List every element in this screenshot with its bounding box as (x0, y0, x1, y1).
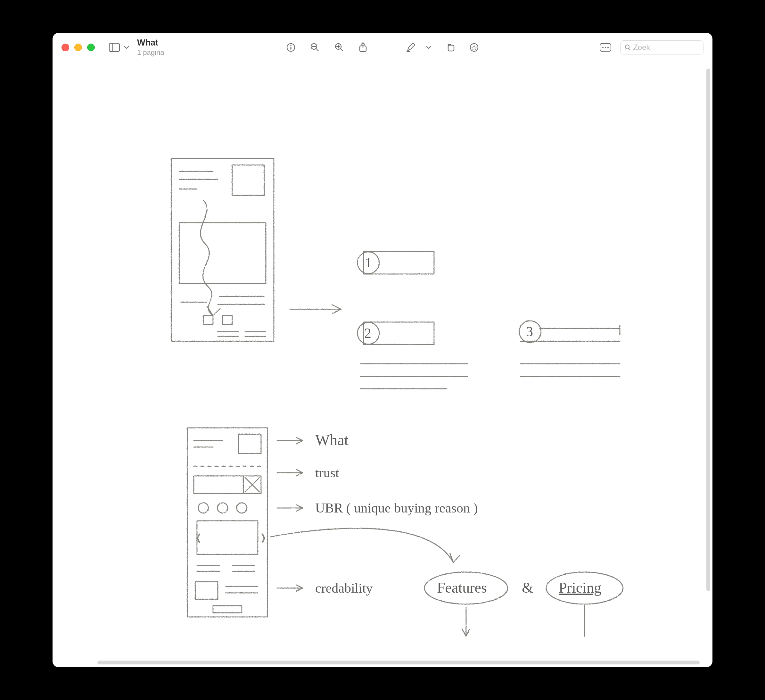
toolbar-right (597, 40, 704, 55)
bubble-features: Features (437, 580, 487, 596)
zoom-out-icon (310, 42, 320, 52)
highlight-button[interactable] (467, 41, 482, 54)
sketch-drawing: 〈 〉 (52, 62, 713, 665)
svg-text:〈: 〈 (191, 533, 200, 543)
markup-pencil-icon (406, 42, 416, 52)
search-field[interactable] (620, 40, 704, 55)
chevron-down-icon (124, 44, 129, 50)
preview-window: What 1 pagina (52, 33, 713, 667)
svg-rect-52 (187, 427, 267, 616)
rotate-icon (445, 43, 455, 52)
vertical-scrollbar[interactable] (705, 62, 711, 656)
sidebar-menu-chevron[interactable] (121, 43, 132, 52)
svg-rect-57 (194, 476, 261, 493)
bubble-amp: & (522, 580, 534, 596)
svg-line-9 (340, 49, 343, 51)
svg-point-63 (236, 503, 247, 513)
svg-rect-32 (203, 315, 213, 324)
highlight-icon (469, 43, 479, 52)
annotation-credibility: credability (315, 581, 373, 596)
zoom-in-icon (334, 42, 345, 52)
annotation-trust: trust (315, 465, 339, 480)
svg-rect-28 (179, 222, 266, 283)
svg-point-20 (608, 47, 609, 48)
document-canvas[interactable]: 〈 〉 (52, 62, 713, 667)
info-button[interactable] (283, 41, 298, 54)
svg-point-61 (198, 503, 208, 513)
window-controls (61, 44, 95, 51)
search-input[interactable] (633, 43, 699, 52)
thumbnails-icon (600, 43, 611, 52)
svg-rect-74 (213, 605, 242, 613)
svg-point-3 (290, 45, 291, 46)
step-1-number: 1 (365, 255, 372, 271)
svg-rect-64 (197, 520, 258, 554)
close-window-button[interactable] (61, 44, 69, 51)
svg-point-62 (217, 503, 227, 513)
svg-point-18 (602, 47, 604, 48)
zoom-in-button[interactable] (332, 40, 347, 55)
svg-rect-41 (363, 322, 434, 344)
svg-rect-27 (232, 165, 264, 195)
step-2-number: 2 (364, 325, 371, 341)
svg-rect-39 (363, 251, 434, 274)
svg-point-16 (470, 44, 478, 51)
svg-rect-55 (238, 434, 261, 453)
svg-line-22 (628, 48, 630, 50)
annotation-what: What (315, 431, 349, 448)
horizontal-scrollbar[interactable] (98, 660, 700, 665)
svg-rect-15 (448, 45, 454, 51)
titlebar: What 1 pagina (52, 33, 713, 62)
thumbnails-button[interactable] (597, 41, 614, 54)
document-title: What (137, 38, 164, 48)
svg-text:〉: 〉 (261, 533, 271, 543)
sidebar-icon (109, 43, 120, 52)
sidebar-toggle-button[interactable] (106, 41, 122, 54)
bubble-pricing: Pricing (559, 580, 601, 596)
minimize-window-button[interactable] (74, 44, 82, 51)
fullscreen-window-button[interactable] (87, 44, 95, 51)
info-icon (286, 43, 296, 52)
zoom-out-button[interactable] (307, 40, 323, 55)
svg-rect-33 (222, 315, 232, 324)
svg-rect-23 (171, 158, 274, 341)
markup-button[interactable] (403, 40, 419, 55)
document-subtitle: 1 pagina (137, 48, 164, 57)
share-icon (359, 42, 367, 53)
svg-rect-71 (195, 582, 217, 599)
svg-line-6 (316, 49, 318, 51)
rotate-button[interactable] (443, 41, 458, 54)
share-button[interactable] (356, 40, 370, 55)
document-title-block: What 1 pagina (137, 38, 164, 57)
svg-rect-4 (291, 47, 291, 50)
chevron-down-icon (426, 44, 431, 50)
annotation-ubr: UBR ( unique buying reason ) (315, 501, 478, 516)
search-icon (624, 44, 631, 51)
markup-menu-chevron[interactable] (423, 43, 434, 52)
step-3-number: 3 (526, 324, 533, 339)
toolbar-center (283, 40, 482, 55)
svg-point-19 (605, 47, 606, 48)
svg-rect-0 (109, 43, 120, 52)
